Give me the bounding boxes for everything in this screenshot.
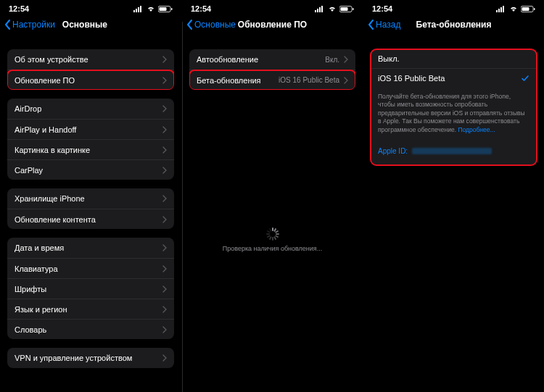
row-label: Об этом устройстве — [15, 55, 158, 64]
row-date-time[interactable]: Дата и время — [7, 238, 174, 258]
svg-rect-14 — [496, 10, 498, 12]
back-label: Настройки — [12, 20, 55, 30]
content: Выкл. iOS 16 Public Beta Получайте бета-… — [363, 35, 544, 170]
row-value: Вкл. — [325, 56, 339, 64]
row-label: Клавиатура — [15, 264, 158, 273]
learn-more-link[interactable]: Подробнее... — [458, 126, 495, 133]
chevron-right-icon — [162, 285, 167, 293]
svg-rect-9 — [319, 7, 321, 12]
status-bar: 12:54 — [363, 0, 544, 14]
row-beta-updates[interactable]: Бета-обновления iOS 16 Public Beta — [189, 70, 355, 90]
nav-bar: Назад Бета-обновления — [363, 14, 544, 35]
row-software-update[interactable]: Обновление ПО — [7, 70, 174, 90]
chevron-right-icon — [162, 195, 167, 202]
row-vpn-device-mgmt[interactable]: VPN и управление устройством — [7, 348, 174, 368]
chevron-right-icon — [162, 105, 167, 112]
svg-rect-5 — [160, 7, 167, 11]
wifi-icon — [147, 6, 155, 12]
row-auto-update[interactable]: Автообновление Вкл. — [189, 49, 355, 70]
nav-title: Обновление ПО — [238, 20, 307, 30]
row-pip[interactable]: Картинка в картинке — [7, 139, 174, 159]
footer-body: Получайте бета-обновления для этого iPho… — [378, 93, 525, 133]
chevron-right-icon — [162, 146, 167, 154]
row-iphone-storage[interactable]: Хранилище iPhone — [7, 188, 174, 209]
back-button[interactable]: Настройки — [4, 20, 55, 30]
back-label: Назад — [376, 20, 400, 30]
row-label: Автообновление — [197, 55, 325, 64]
svg-rect-1 — [136, 9, 137, 12]
row-label: Язык и регион — [15, 305, 158, 314]
wifi-icon — [328, 6, 337, 12]
option-off[interactable]: Выкл. — [371, 49, 537, 68]
option-label: iOS 16 Public Beta — [378, 74, 445, 83]
back-button[interactable]: Основные — [186, 20, 236, 30]
chevron-right-icon — [162, 167, 167, 174]
row-airdrop[interactable]: AirDrop — [7, 99, 174, 119]
chevron-right-icon — [162, 216, 167, 223]
chevron-right-icon — [344, 56, 348, 63]
nav-title: Бета-обновления — [416, 20, 492, 30]
settings-group: Хранилище iPhone Обновление контента — [7, 188, 174, 229]
option-ios16-public-beta[interactable]: iOS 16 Public Beta — [371, 68, 537, 87]
row-value: iOS 16 Public Beta — [279, 76, 339, 84]
chevron-right-icon — [162, 126, 167, 133]
svg-rect-19 — [522, 7, 529, 11]
svg-rect-13 — [353, 8, 354, 10]
beta-options-box: Выкл. iOS 16 Public Beta Получайте бета-… — [371, 49, 537, 165]
svg-rect-8 — [317, 9, 318, 12]
row-keyboard[interactable]: Клавиатура — [7, 258, 174, 278]
row-language-region[interactable]: Язык и регион — [7, 299, 174, 319]
back-label: Основные — [194, 20, 236, 30]
row-label: VPN и управление устройством — [15, 354, 158, 362]
svg-rect-17 — [503, 6, 504, 12]
svg-rect-2 — [138, 7, 139, 12]
option-label: Выкл. — [378, 54, 400, 63]
svg-rect-10 — [321, 6, 323, 12]
row-label: Бета-обновления — [197, 76, 279, 85]
chevron-left-icon — [186, 20, 193, 30]
status-bar: 12:54 — [0, 0, 181, 14]
appleid-redacted — [412, 148, 492, 154]
row-carplay[interactable]: CarPlay — [7, 159, 174, 180]
phone-screen-software-update: 12:54 Основные Обновление ПО Автообновле… — [181, 0, 363, 392]
row-airplay-handoff[interactable]: AirPlay и Handoff — [7, 119, 174, 139]
battery-icon — [521, 6, 535, 12]
svg-rect-15 — [498, 9, 500, 12]
row-fonts[interactable]: Шрифты — [7, 278, 174, 299]
wifi-icon — [509, 6, 518, 12]
row-dictionary[interactable]: Словарь — [7, 319, 174, 339]
signal-icon — [133, 6, 144, 12]
chevron-right-icon — [344, 77, 348, 84]
appleid-row[interactable]: Apple ID: — [371, 141, 537, 161]
svg-rect-6 — [171, 8, 173, 10]
chevron-left-icon — [4, 20, 11, 30]
content: Об этом устройстве Обновление ПО AirDrop… — [0, 35, 181, 372]
appleid-label: Apple ID: — [378, 147, 408, 155]
svg-rect-16 — [500, 7, 502, 12]
row-label: Хранилище iPhone — [15, 194, 158, 203]
spinner-icon — [266, 228, 279, 241]
status-time: 12:54 — [372, 4, 401, 13]
nav-title: Основные — [62, 20, 107, 30]
settings-group: Дата и время Клавиатура Шрифты Язык и ре… — [7, 238, 174, 339]
row-label: Шрифты — [15, 285, 158, 293]
status-time: 12:54 — [9, 4, 38, 13]
row-label: Обновление ПО — [15, 76, 158, 85]
back-button[interactable]: Назад — [368, 20, 400, 30]
status-indicators — [133, 6, 173, 12]
divider — [182, 22, 183, 392]
nav-bar: Основные Обновление ПО — [182, 14, 363, 35]
content: Автообновление Вкл. Бета-обновления iOS … — [182, 35, 363, 257]
svg-rect-3 — [140, 6, 141, 12]
chevron-left-icon — [368, 20, 374, 30]
status-bar: 12:54 — [182, 0, 363, 14]
row-about-device[interactable]: Об этом устройстве — [7, 49, 174, 70]
chevron-right-icon — [162, 244, 167, 251]
settings-group: AirDrop AirPlay и Handoff Картинка в кар… — [7, 99, 174, 180]
phone-screen-general: 12:54 Настройки Основные Об этом устройс… — [0, 0, 181, 392]
footer-text: Получайте бета-обновления для этого iPho… — [371, 87, 537, 134]
row-label: Картинка в картинке — [15, 146, 158, 154]
row-label: Дата и время — [15, 243, 158, 252]
row-background-refresh[interactable]: Обновление контента — [7, 209, 174, 229]
battery-icon — [158, 6, 173, 12]
